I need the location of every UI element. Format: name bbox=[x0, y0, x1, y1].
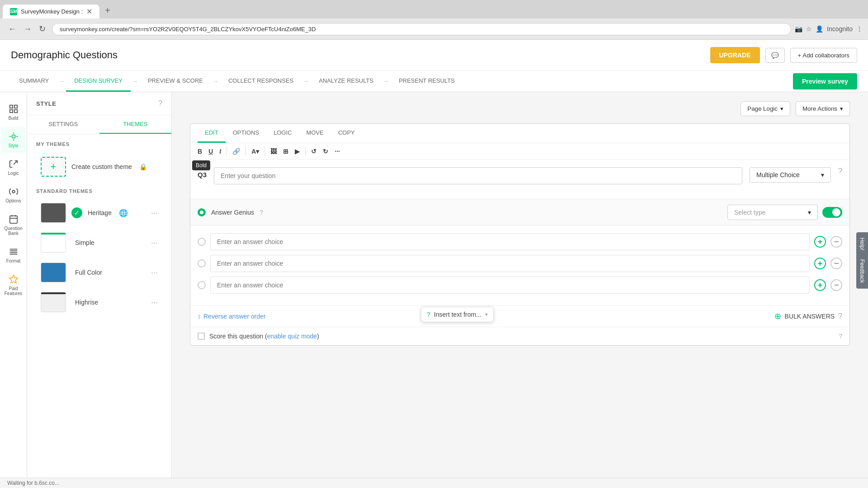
svg-marker-14 bbox=[9, 275, 17, 283]
tab-design-survey[interactable]: DESIGN SURVEY bbox=[66, 71, 131, 92]
create-custom-theme-item[interactable]: + Create custom theme 🔒 bbox=[36, 152, 162, 181]
sidebar-inner: Build Style Logic Options Question Bank bbox=[0, 92, 171, 488]
question-type-label: Multiple Choice bbox=[756, 171, 817, 178]
choice-remove-button-1[interactable]: − bbox=[830, 236, 842, 248]
simple-menu-button[interactable]: ··· bbox=[151, 238, 158, 248]
choice-radio-1[interactable] bbox=[198, 238, 206, 246]
theme-full-color[interactable]: Full Color ··· bbox=[36, 259, 162, 286]
reload-button[interactable]: ↻ bbox=[36, 22, 48, 36]
sidebar-item-options[interactable]: Options bbox=[1, 182, 26, 208]
bold-button[interactable]: B bbox=[195, 146, 205, 157]
tab-summary[interactable]: SUMMARY bbox=[11, 71, 57, 92]
forward-button[interactable]: → bbox=[21, 23, 34, 36]
answer-genius-radio-inner bbox=[200, 211, 203, 214]
new-tab-button[interactable]: + bbox=[100, 3, 115, 19]
score-help-icon[interactable]: ? bbox=[839, 333, 842, 340]
more-actions-button[interactable]: More Actions ▾ bbox=[796, 101, 850, 116]
theme-heritage[interactable]: ✓ Heritage 🌐 ··· bbox=[36, 199, 162, 226]
main-layout: Build Style Logic Options Question Bank bbox=[0, 92, 868, 488]
tab-present-results[interactable]: PRESENT RESULTS bbox=[391, 71, 463, 92]
tab-collect-responses[interactable]: COLLECT RESPONSES bbox=[220, 71, 302, 92]
style-help-icon[interactable]: ? bbox=[158, 99, 162, 108]
active-tab[interactable]: SM SurveyMonkey Design : ✕ bbox=[3, 5, 99, 19]
font-color-button[interactable]: A▾ bbox=[249, 146, 262, 157]
svg-rect-0 bbox=[9, 105, 12, 108]
tab-analyze-results[interactable]: ANALYZE RESULTS bbox=[311, 71, 382, 92]
enable-quiz-mode-link[interactable]: enable quiz mode bbox=[267, 333, 317, 340]
sidebar-item-build[interactable]: Build bbox=[1, 99, 26, 125]
star-icon[interactable]: ☆ bbox=[806, 25, 812, 33]
menu-icon[interactable]: ⋮ bbox=[856, 25, 863, 33]
choice-add-button-2[interactable]: + bbox=[814, 258, 826, 269]
question-text-input[interactable] bbox=[214, 167, 742, 184]
highrise-preview bbox=[41, 292, 66, 312]
profile-icon[interactable]: 👤 bbox=[816, 25, 823, 33]
logic-tab[interactable]: LOGIC bbox=[266, 124, 299, 143]
sidebar-item-question-bank[interactable]: Question Bank bbox=[1, 210, 26, 240]
add-collaborators-button[interactable]: + Add collaborators bbox=[790, 48, 857, 63]
settings-subtab[interactable]: SETTINGS bbox=[27, 115, 99, 134]
more-toolbar-button[interactable]: ··· bbox=[332, 146, 343, 157]
heritage-preview bbox=[41, 203, 66, 223]
options-label: Options bbox=[5, 198, 21, 203]
tab-close-button[interactable]: ✕ bbox=[86, 7, 92, 16]
full-color-menu-button[interactable]: ··· bbox=[151, 268, 158, 277]
tab-preview-score[interactable]: PREVIEW & SCORE bbox=[140, 71, 211, 92]
feedback-tab[interactable]: Feedback bbox=[856, 254, 868, 289]
full-color-preview bbox=[41, 263, 66, 282]
undo-button[interactable]: ↺ bbox=[308, 146, 319, 157]
redo-button[interactable]: ↻ bbox=[320, 146, 331, 157]
format-label: Format bbox=[6, 258, 21, 263]
choice-add-button-3[interactable]: + bbox=[814, 279, 826, 291]
choice-remove-button-2[interactable]: − bbox=[830, 258, 842, 269]
choice-input-2[interactable] bbox=[210, 255, 810, 272]
choice-input-3[interactable] bbox=[210, 277, 810, 294]
score-checkbox[interactable] bbox=[198, 333, 205, 340]
logic-label: Logic bbox=[8, 171, 19, 176]
question-type-dropdown[interactable]: Multiple Choice ▾ bbox=[750, 167, 831, 183]
options-tab[interactable]: OPTIONS bbox=[226, 124, 267, 143]
choice-radio-2[interactable] bbox=[198, 259, 206, 267]
choice-add-button-1[interactable]: + bbox=[814, 236, 826, 248]
theme-highrise[interactable]: Highrise ··· bbox=[36, 289, 162, 316]
heritage-check-icon: ✓ bbox=[71, 207, 82, 218]
choice-remove-button-3[interactable]: − bbox=[830, 279, 842, 291]
page-logic-button[interactable]: Page Logic ▾ bbox=[741, 101, 790, 116]
heritage-menu-button[interactable]: ··· bbox=[151, 208, 158, 218]
simple-preview bbox=[41, 233, 66, 253]
sidebar-item-logic[interactable]: Logic bbox=[1, 155, 26, 180]
upgrade-button[interactable]: UPGRADE bbox=[710, 47, 760, 63]
choice-radio-3[interactable] bbox=[198, 281, 206, 289]
more-actions-label: More Actions bbox=[802, 105, 837, 112]
table-button[interactable]: ⊞ bbox=[280, 146, 291, 157]
image-button[interactable]: 🖼 bbox=[268, 146, 279, 157]
select-type-dropdown[interactable]: Select type ▾ bbox=[727, 205, 818, 220]
address-bar[interactable] bbox=[52, 23, 791, 35]
choice-input-1[interactable] bbox=[210, 233, 810, 250]
italic-button[interactable]: I bbox=[217, 146, 224, 157]
insert-text-tooltip[interactable]: ? Insert text from... ▾ bbox=[421, 307, 494, 322]
answer-genius-radio[interactable] bbox=[198, 208, 206, 216]
theme-simple[interactable]: Simple ··· bbox=[36, 229, 162, 256]
underline-button[interactable]: U bbox=[206, 146, 216, 157]
themes-subtab[interactable]: THEMES bbox=[99, 115, 172, 134]
reverse-answer-order-button[interactable]: ↕ Reverse answer order bbox=[198, 313, 266, 320]
copy-tab[interactable]: COPY bbox=[331, 124, 362, 143]
move-tab[interactable]: MOVE bbox=[299, 124, 331, 143]
answer-genius-help-icon[interactable]: ? bbox=[259, 209, 263, 216]
comment-button[interactable]: 💬 bbox=[765, 48, 785, 63]
bulk-answers-help-icon[interactable]: ? bbox=[838, 312, 842, 320]
media-button[interactable]: ▶ bbox=[292, 146, 302, 157]
sidebar-item-style[interactable]: Style bbox=[1, 127, 26, 153]
link-button[interactable]: 🔗 bbox=[230, 146, 243, 157]
help-tab[interactable]: Help! bbox=[856, 232, 868, 256]
sidebar-item-format[interactable]: Format bbox=[1, 242, 26, 268]
sidebar-item-paid-features[interactable]: Paid Features bbox=[1, 270, 26, 300]
highrise-menu-button[interactable]: ··· bbox=[151, 298, 158, 307]
back-button[interactable]: ← bbox=[5, 23, 19, 36]
bulk-answers-button[interactable]: ⊕ BULK ANSWERS ? bbox=[774, 311, 842, 321]
question-help-icon[interactable]: ? bbox=[838, 167, 842, 175]
preview-survey-button[interactable]: Preview survey bbox=[793, 73, 857, 89]
answer-genius-toggle[interactable] bbox=[822, 207, 842, 218]
edit-tab[interactable]: EDIT bbox=[198, 124, 226, 143]
